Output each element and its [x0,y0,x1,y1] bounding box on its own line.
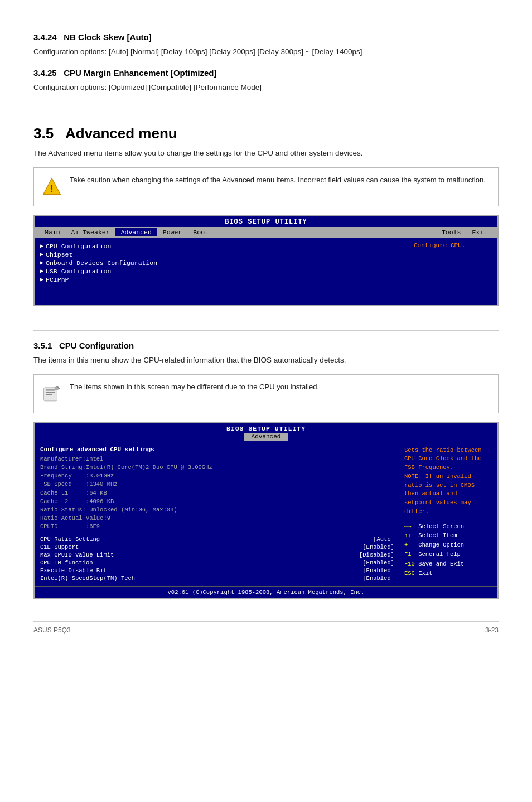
bios2-val-execdisBit: [Enabled] [362,567,394,574]
bios2-label-maxcpuid: Max CPUID Value Limit [40,552,357,558]
bios2-key-save: F10 Save and Exit [404,559,493,569]
bios1-menu-advanced[interactable]: Advanced [115,228,157,236]
bios2-label-speedstep: Intel(R) SpeedStep(TM) Tech [40,575,360,582]
bios1-help-text: Configure CPU. [414,242,465,249]
bios2-info-cpuid: CPUID :6F9 [40,523,394,531]
bios2-label-execdisBit: Execute Disable Bit [40,567,360,574]
section-3425-title: CPU Margin Enhancement [Optimized] [64,68,216,78]
bios2-info-cachel2: Cache L2 :4096 KB [40,497,394,506]
svg-rect-5 [46,394,52,395]
svg-rect-3 [46,389,55,390]
bios1-menu-power[interactable]: Power [157,228,188,236]
bios-screen-2: BIOS SETUP UTILITY Advanced Configure ad… [33,422,499,599]
section-351-intro: The items in this menu show the CPU-rela… [33,355,499,366]
bios2-row-cputm[interactable]: CPU TM function [Enabled] [40,559,394,566]
bios2-row-c1e[interactable]: C1E Support [Enabled] [40,544,394,550]
bios1-menu-aitweaker[interactable]: Ai Tweaker [66,228,115,236]
bios1-entry-pcinp[interactable]: ▶ PCIPnP [40,276,403,284]
bios-screen-1: BIOS SETUP UTILITY Main Ai Tweaker Advan… [33,215,499,306]
bios2-key-esc: ESC Exit [404,569,493,578]
note-box: The items shown in this screen may be di… [33,374,499,413]
section-35-intro: The Advanced menu items allow you to cha… [33,148,499,160]
bios2-right-panel: Sets the ratio between CPU Core Clock an… [400,443,497,586]
bios2-val-c1e: [Enabled] [362,544,394,550]
section-35-title: Advanced menu [65,125,177,142]
bios2-val-maxcpuid: [Disabled] [359,552,394,558]
bios2-left-panel: Configure advanced CPU settings Manufact… [35,443,400,586]
footer-left: ASUS P5Q3 [33,626,71,634]
bios2-label-cpuratio: CPU Ratio Setting [40,536,371,543]
bios1-body: ▶ CPU Configuration ▶ Chipset ▶ Onboard … [35,238,497,305]
bios2-label-cputm: CPU TM function [40,559,360,566]
footer-right: 3-23 [485,626,499,634]
bios2-label-c1e: C1E Support [40,544,360,550]
bios2-settings: CPU Ratio Setting [Auto] C1E Support [En… [40,536,394,582]
section-3424-number: 3.4.24 [33,32,57,42]
bios2-row-execdisBit[interactable]: Execute Disable Bit [Enabled] [40,567,394,574]
bios1-menu-tools[interactable]: Tools [436,228,467,236]
bios2-info-manufacturer: Manufacturer:Intel [40,455,394,463]
bios2-info-ratiostatus: Ratio Status: Unlocked (Min:06, Max:09) [40,506,394,514]
bios2-info-brandstring: Brand String:Intel(R) Core(TM)2 Duo CPU … [40,463,394,472]
section-3424-heading: 3.4.24 NB Clock Skew [Auto] [33,32,499,42]
warning-icon: ! [42,175,62,199]
section-351-heading: 3.5.1 CPU Configuration [33,341,499,350]
bios2-key-help: F1 General Help [404,550,493,559]
bios2-val-cputm: [Enabled] [362,559,394,566]
bios1-menu-exit[interactable]: Exit [466,228,493,236]
bios1-entry-cpu[interactable]: ▶ CPU Configuration [40,242,403,250]
bios2-val-speedstep: [Enabled] [362,575,394,582]
section-351-title: CPU Configuration [59,341,134,350]
bios2-row-cpuratio[interactable]: CPU Ratio Setting [Auto] [40,536,394,543]
bios1-help: Configure CPU. [408,238,497,305]
section-35-heading: 3.5 Advanced menu [33,125,499,142]
bios1-entry-onboard[interactable]: ▶ Onboard Devices Configuration [40,259,403,267]
bios2-info-fsbspeed: FSB Speed :1340 MHz [40,480,394,489]
section-35-number: 3.5 [33,125,54,142]
bios1-menubar: Main Ai Tweaker Advanced Power Boot Tool… [35,227,497,238]
bios1-entry-chipset[interactable]: ▶ Chipset [40,250,403,259]
bios2-key-option: +- Change Option [404,540,493,550]
warning-box: ! Take caution when changing the setting… [33,167,499,206]
bios2-tab-advanced[interactable]: Advanced [244,433,289,441]
note-text: The items shown in this screen may be di… [70,381,319,393]
warning-text: Take caution when changing the settings … [70,175,486,186]
bios2-title: BIOS SETUP UTILITY [35,423,497,433]
bios1-menu-main[interactable]: Main [39,228,66,236]
bios2-key-screen: ←→ Select Screen [404,522,493,532]
bios2-row-maxcpuid[interactable]: Max CPUID Value Limit [Disabled] [40,552,394,558]
bios2-keys: ←→ Select Screen ↑↓ Select Item +- Chang… [404,522,493,578]
bios2-val-cpuratio: [Auto] [373,536,394,543]
bios2-key-item: ↑↓ Select Item [404,531,493,540]
section-351-number: 3.5.1 [33,341,52,350]
svg-text:!: ! [50,183,53,194]
bios2-tabbar: Advanced [35,433,497,443]
bios2-info-ratioactual: Ratio Actual Value:9 [40,514,394,523]
bios1-entry-usb[interactable]: ▶ USB Configuration [40,267,403,276]
svg-rect-4 [46,392,55,393]
section-3424-title: NB Clock Skew [Auto] [64,32,152,42]
bios2-body: Configure advanced CPU settings Manufact… [35,443,497,586]
bios2-help-text: Sets the ratio between CPU Core Clock an… [404,446,493,516]
section-3425-number: 3.4.25 [33,68,57,78]
note-icon [42,381,62,406]
section-3425-desc: Configuration options: [Optimized] [Comp… [33,82,499,94]
divider-351 [33,330,499,331]
page-footer: ASUS P5Q3 3-23 [33,621,499,634]
bios2-info-frequency: Frequency :3.01GHz [40,472,394,480]
bios1-menu-boot[interactable]: Boot [187,228,214,236]
bios1-title: BIOS SETUP UTILITY [35,216,497,227]
bios2-footer: v02.61 (C)Copyright 1985-2008, American … [35,586,497,598]
section-3425-heading: 3.4.25 CPU Margin Enhancement [Optimized… [33,68,499,78]
bios2-row-speedstep[interactable]: Intel(R) SpeedStep(TM) Tech [Enabled] [40,575,394,582]
bios2-info-cachel1: Cache L1 :64 KB [40,489,394,497]
bios2-section-title: Configure advanced CPU settings [40,446,394,453]
section-3424-desc: Configuration options: [Auto] [Normal] [… [33,46,499,58]
bios1-entries: ▶ CPU Configuration ▶ Chipset ▶ Onboard … [35,238,408,305]
